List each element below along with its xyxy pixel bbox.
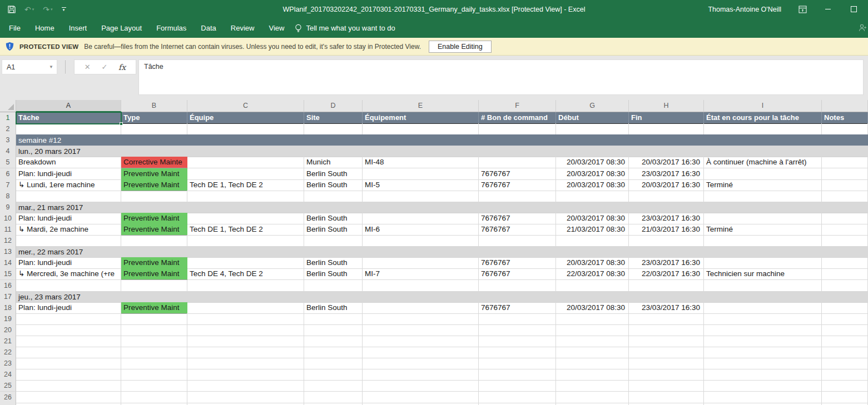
- cell-E12[interactable]: [363, 235, 479, 247]
- cell-F18[interactable]: 7676767: [479, 302, 556, 314]
- row-header-23[interactable]: 23: [0, 358, 16, 369]
- cell-B26[interactable]: [121, 392, 187, 403]
- cell-H19[interactable]: [629, 313, 704, 325]
- column-header-B[interactable]: B: [121, 100, 187, 112]
- cell-I6[interactable]: [704, 168, 822, 180]
- column-header-C[interactable]: C: [187, 100, 304, 112]
- column-header-H[interactable]: H: [629, 100, 704, 112]
- cell-A13-band[interactable]: mer., 22 mars 2017: [16, 246, 868, 258]
- cell-F14[interactable]: 7676767: [479, 257, 556, 269]
- cell-B12[interactable]: [121, 235, 187, 247]
- cell-A18[interactable]: Plan: lundi-jeudi: [16, 302, 121, 314]
- tab-review[interactable]: Review: [224, 19, 262, 37]
- cell-H7[interactable]: 20/03/2017 16:30: [629, 179, 704, 191]
- cell-G27[interactable]: [556, 403, 629, 405]
- cell-G11[interactable]: 21/03/2017 08:30: [556, 224, 629, 236]
- cell-J26[interactable]: [822, 392, 868, 403]
- column-header-I[interactable]: I: [704, 100, 822, 112]
- cell-G2[interactable]: [556, 123, 629, 135]
- cell-C1[interactable]: Équipe: [187, 112, 304, 124]
- column-header-J[interactable]: [822, 100, 868, 112]
- cell-J1[interactable]: Notes: [822, 112, 868, 124]
- cell-F19[interactable]: [479, 313, 556, 325]
- column-header-G[interactable]: G: [556, 100, 629, 112]
- cell-D1[interactable]: Site: [304, 112, 363, 124]
- cell-I27[interactable]: [704, 403, 822, 405]
- cell-F27[interactable]: [479, 403, 556, 405]
- row-header-20[interactable]: 20: [0, 324, 16, 336]
- cell-A4-band[interactable]: lun., 20 mars 2017: [16, 146, 868, 157]
- cell-F12[interactable]: [479, 235, 556, 247]
- row-header-11[interactable]: 11: [0, 224, 16, 236]
- cell-J25[interactable]: [822, 380, 868, 392]
- cell-C7[interactable]: Tech DE 1, Tech DE 2: [187, 179, 304, 191]
- cell-J6[interactable]: [822, 168, 868, 180]
- cell-E2[interactable]: [363, 123, 479, 135]
- cell-A25[interactable]: [16, 380, 121, 392]
- name-box[interactable]: A1 ▼: [2, 59, 57, 74]
- cell-D23[interactable]: [304, 358, 363, 369]
- cell-J5[interactable]: [822, 157, 868, 168]
- cell-G23[interactable]: [556, 358, 629, 369]
- cell-A16[interactable]: [16, 280, 121, 292]
- cell-C20[interactable]: [187, 324, 304, 336]
- row-header-6[interactable]: 6: [0, 168, 16, 180]
- cell-C14[interactable]: [187, 257, 304, 269]
- cell-G10[interactable]: 20/03/2017 08:30: [556, 213, 629, 224]
- undo-icon[interactable]: ↶▾: [24, 6, 34, 13]
- cell-I19[interactable]: [704, 313, 822, 325]
- cell-E16[interactable]: [363, 280, 479, 292]
- cell-C8[interactable]: [187, 191, 304, 202]
- cell-B24[interactable]: [121, 369, 187, 381]
- cell-B16[interactable]: [121, 280, 187, 292]
- cell-G18[interactable]: 20/03/2017 08:30: [556, 302, 629, 314]
- cell-C25[interactable]: [187, 380, 304, 392]
- cell-E21[interactable]: [363, 336, 479, 347]
- cell-A3-band[interactable]: semaine #12: [16, 134, 868, 146]
- cell-B27[interactable]: [121, 403, 187, 405]
- cell-J2[interactable]: [822, 123, 868, 135]
- cell-F24[interactable]: [479, 369, 556, 381]
- cell-C16[interactable]: [187, 280, 304, 292]
- cell-I1[interactable]: État en cours pour la tâche: [704, 112, 822, 124]
- cell-D25[interactable]: [304, 380, 363, 392]
- cell-J8[interactable]: [822, 191, 868, 202]
- cell-G6[interactable]: 20/03/2017 08:30: [556, 168, 629, 180]
- cell-B23[interactable]: [121, 358, 187, 369]
- cell-J20[interactable]: [822, 324, 868, 336]
- cell-D7[interactable]: Berlin South: [304, 179, 363, 191]
- cell-D18[interactable]: Berlin South: [304, 302, 363, 314]
- cell-D6[interactable]: Berlin South: [304, 168, 363, 180]
- row-header-24[interactable]: 24: [0, 369, 16, 381]
- cell-E25[interactable]: [363, 380, 479, 392]
- cell-E14[interactable]: [363, 257, 479, 269]
- cell-H8[interactable]: [629, 191, 704, 202]
- cell-D15[interactable]: Berlin South: [304, 268, 363, 280]
- cell-H11[interactable]: 21/03/2017 16:30: [629, 224, 704, 236]
- cell-B19[interactable]: [121, 313, 187, 325]
- cell-E15[interactable]: MI-7: [363, 268, 479, 280]
- cell-E8[interactable]: [363, 191, 479, 202]
- cell-F7[interactable]: 7676767: [479, 179, 556, 191]
- cell-A19[interactable]: [16, 313, 121, 325]
- tell-me-box[interactable]: Tell me what you want to do: [295, 24, 395, 33]
- row-header-19[interactable]: 19: [0, 313, 16, 325]
- save-icon[interactable]: [8, 6, 16, 13]
- select-all-corner[interactable]: [0, 100, 16, 112]
- cell-C12[interactable]: [187, 235, 304, 247]
- cell-D8[interactable]: [304, 191, 363, 202]
- cell-F1[interactable]: # Bon de command: [479, 112, 556, 124]
- cell-A14[interactable]: Plan: lundi-jeudi: [16, 257, 121, 269]
- cell-A12[interactable]: [16, 235, 121, 247]
- cell-J16[interactable]: [822, 280, 868, 292]
- cell-H6[interactable]: 23/03/2017 16:30: [629, 168, 704, 180]
- cell-D5[interactable]: Munich: [304, 157, 363, 168]
- cell-J19[interactable]: [822, 313, 868, 325]
- cell-H26[interactable]: [629, 392, 704, 403]
- cell-F21[interactable]: [479, 336, 556, 347]
- column-header-D[interactable]: D: [304, 100, 363, 112]
- row-header-3[interactable]: 3: [0, 134, 16, 146]
- cell-F6[interactable]: 7676767: [479, 168, 556, 180]
- cell-I7[interactable]: Terminé: [704, 179, 822, 191]
- cell-H12[interactable]: [629, 235, 704, 247]
